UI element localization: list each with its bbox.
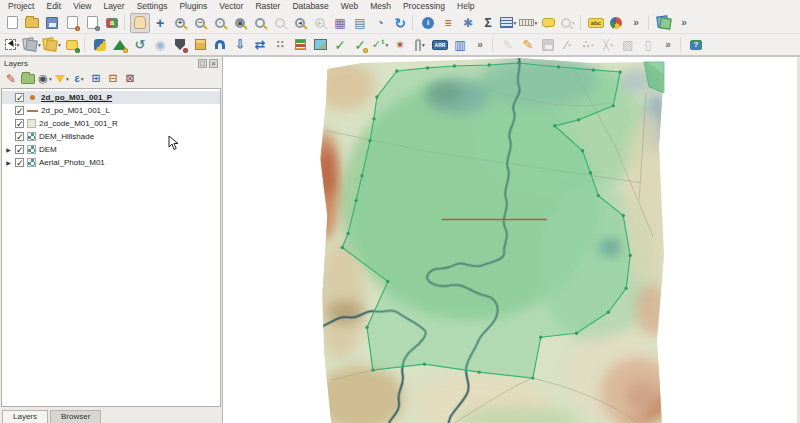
layer-row-2d_po_M01_001_L[interactable]: ✓2d_po_M01_001_L	[2, 104, 220, 117]
attribute-table-button-dropdown-icon[interactable]: ▾	[514, 20, 517, 26]
dock-tab-layers[interactable]: Layers	[2, 410, 48, 423]
select-by-value-button-dropdown-icon[interactable]: ▾	[38, 42, 41, 48]
save-edits-button[interactable]	[538, 35, 558, 55]
measure-tool-button[interactable]: ▾	[518, 13, 538, 33]
menu-layer[interactable]: Layer	[97, 1, 130, 11]
style-manager-button[interactable]: a	[102, 13, 122, 33]
zoom-to-layer-button[interactable]	[270, 13, 290, 33]
zoom-full-extent-button[interactable]: ▣	[230, 13, 250, 33]
toolbar-extension-button-3[interactable]: »	[470, 35, 490, 55]
delete-part-button-dropdown-icon[interactable]: ▾	[610, 42, 613, 48]
locator-search-button[interactable]: ▾	[558, 13, 578, 33]
tcp-connections-button[interactable]: ∷	[270, 35, 290, 55]
menu-view[interactable]: View	[67, 1, 97, 11]
magnet-tool-button[interactable]	[210, 35, 230, 55]
delete-selected-button[interactable]: ▯	[638, 35, 658, 55]
menu-help[interactable]: Help	[451, 1, 480, 11]
help-contents-button[interactable]: ?	[686, 35, 706, 55]
layer-expander-icon[interactable]: ▶	[5, 146, 12, 153]
identify-features-button[interactable]: i	[418, 13, 438, 33]
menu-plugins[interactable]: Plugins	[173, 1, 213, 11]
download-features-button[interactable]: ⇩	[230, 35, 250, 55]
map-canvas[interactable]	[223, 57, 800, 423]
add-feature-button-dropdown-icon[interactable]: ▾	[568, 42, 571, 48]
layer-row-DEM[interactable]: ▶✓DEM	[2, 143, 220, 156]
measure-tool-button-dropdown-icon[interactable]: ▾	[535, 20, 538, 26]
layout-manager-button[interactable]	[82, 13, 102, 33]
panel-close-button[interactable]: ×	[209, 59, 218, 68]
labeling-options-button[interactable]: abc	[586, 13, 606, 33]
expand-all-button[interactable]: ⊞	[89, 72, 103, 86]
menu-edit[interactable]: Edit	[40, 1, 67, 11]
grass-tools-button[interactable]	[110, 35, 130, 55]
check-single-button[interactable]: ✓¹▾	[370, 35, 390, 55]
processing-toolbox-button[interactable]: ✱	[458, 13, 478, 33]
zoom-in-button[interactable]: +	[170, 13, 190, 33]
field-calculator-button[interactable]: ≡	[438, 13, 458, 33]
filter-by-expression-button[interactable]: ε▾	[72, 72, 86, 86]
zoom-native-button[interactable]: ·	[210, 13, 230, 33]
menu-raster[interactable]: Raster	[249, 1, 286, 11]
layer-visibility-checkbox[interactable]: ✓	[15, 158, 24, 167]
metasearch-button[interactable]: ◉	[150, 35, 170, 55]
menu-processing[interactable]: Processing	[397, 1, 451, 11]
profile-tool-button[interactable]	[290, 35, 310, 55]
manage-map-themes-button-dropdown-icon[interactable]: ▾	[49, 76, 52, 82]
select-features-button[interactable]: ▾	[2, 35, 22, 55]
manage-map-themes-button[interactable]: ◉▾	[38, 72, 52, 86]
check-validate-button[interactable]: ✓	[350, 35, 370, 55]
blue-panel-plugin-button[interactable]: ▥	[450, 35, 470, 55]
arr-plugin-button[interactable]: ARR	[430, 35, 450, 55]
layer-row-Aerial_Photo_M01[interactable]: ▶✓Aerial_Photo_M01	[2, 156, 220, 169]
delete-part-button[interactable]: ╳▾	[598, 35, 618, 55]
layer-row-DEM_Hillshade[interactable]: ✓DEM_Hillshade	[2, 130, 220, 143]
zoom-to-selection-button[interactable]	[250, 13, 270, 33]
add-feature-button[interactable]: ∕▾	[558, 35, 578, 55]
zoom-last-button[interactable]: ◂	[290, 13, 310, 33]
python-console-button[interactable]	[90, 35, 110, 55]
refresh-map-button[interactable]: ↻	[390, 13, 410, 33]
data-source-manager-button[interactable]	[654, 13, 674, 33]
vertex-tool-button[interactable]: ∴▾	[578, 35, 598, 55]
reshape-features-button[interactable]: ▨	[618, 35, 638, 55]
filter-legend-button[interactable]: ▾	[55, 72, 69, 86]
menu-mesh[interactable]: Mesh	[364, 1, 397, 11]
locator-search-button-dropdown-icon[interactable]: ▾	[572, 20, 575, 26]
remove-layer-button[interactable]: ⊠	[123, 72, 137, 86]
layer-visibility-checkbox[interactable]: ✓	[15, 119, 24, 128]
deselect-features-button-dropdown-icon[interactable]: ▾	[58, 42, 61, 48]
menu-settings[interactable]: Settings	[131, 1, 174, 11]
filter-legend-button-dropdown-icon[interactable]: ▾	[66, 76, 69, 82]
zoom-out-button[interactable]: −	[190, 13, 210, 33]
toolbar-extension-button-2[interactable]: »	[674, 13, 694, 33]
layer-visibility-checkbox[interactable]: ✓	[15, 145, 24, 154]
spatial-bookmarks-button[interactable]: ▤	[350, 13, 370, 33]
new-project-button[interactable]	[2, 13, 22, 33]
layer-visibility-checkbox[interactable]: ✓	[15, 106, 24, 115]
check-geometry-button[interactable]: ✓	[330, 35, 350, 55]
new-map-view-button[interactable]: ▦	[330, 13, 350, 33]
layer-row-2d_po_M01_001_P[interactable]: ✓2d_po_M01_001_P	[2, 91, 220, 104]
vertex-tool-button-dropdown-icon[interactable]: ▾	[591, 42, 594, 48]
menu-project[interactable]: Project	[2, 1, 40, 11]
add-group-button[interactable]	[21, 72, 35, 86]
layer-row-2d_code_M01_001_R[interactable]: ✓2d_code_M01_001_R	[2, 117, 220, 130]
current-edits-button[interactable]: ✎	[498, 35, 518, 55]
map-tips-button[interactable]	[538, 13, 558, 33]
toggle-editing-button[interactable]: ✎	[518, 35, 538, 55]
attachments-button-dropdown-icon[interactable]: ▾	[422, 42, 425, 48]
toolbar-extension-button-4[interactable]: »	[658, 35, 678, 55]
collapse-all-button[interactable]: ⊟	[106, 72, 120, 86]
open-project-button[interactable]	[22, 13, 42, 33]
layer-visibility-checkbox[interactable]: ✓	[15, 132, 24, 141]
menu-vector[interactable]: Vector	[213, 1, 249, 11]
pan-map-button[interactable]	[130, 13, 150, 33]
georeferencer-button[interactable]	[310, 35, 330, 55]
red-plugin-button[interactable]: ✶	[390, 35, 410, 55]
color-wheel-button[interactable]	[606, 13, 626, 33]
layer-visibility-checkbox[interactable]: ✓	[15, 93, 24, 102]
dock-tab-browser[interactable]: Browser	[50, 410, 101, 423]
temporal-controller-button[interactable]: ◔	[370, 13, 390, 33]
mesh-cube-button[interactable]	[190, 35, 210, 55]
zoom-next-button[interactable]: ▸	[310, 13, 330, 33]
